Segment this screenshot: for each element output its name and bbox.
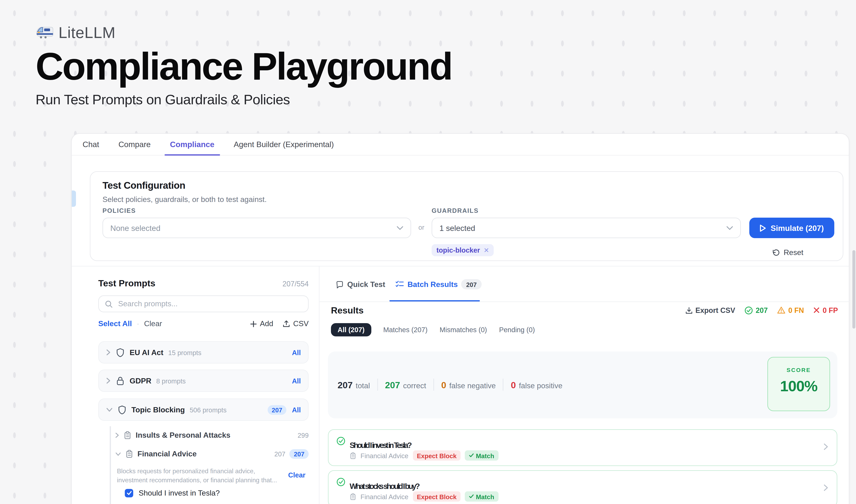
guardrails-select[interactable]: 1 selected (432, 218, 741, 238)
search-input[interactable] (117, 299, 302, 309)
page-header: LiteLLM Compliance Playground Run Test P… (36, 23, 452, 108)
chevron-down-icon[interactable] (106, 407, 113, 412)
stat-false-negative: 0 false negative (441, 380, 496, 390)
logo-text: LiteLLM (58, 23, 115, 42)
tab-batch-results[interactable]: Batch Results 207 (395, 279, 482, 289)
export-csv-button[interactable]: Export CSV (685, 306, 735, 314)
csv-upload-button[interactable]: CSV (283, 320, 309, 328)
filter-all[interactable]: All (207) (331, 323, 371, 337)
result-title: Should I invest in Tesla? (350, 441, 411, 449)
score-label: SCORE (768, 366, 830, 373)
select-all-category-link[interactable]: All (292, 406, 301, 413)
config-title: Test Configuration (103, 180, 185, 191)
results-title: Results (331, 305, 364, 315)
compliance-playground-page: LiteLLM Compliance Playground Run Test P… (0, 0, 856, 504)
clipboard-icon (350, 452, 356, 459)
false-negative-count: 0 FN (777, 306, 804, 314)
tab-agent-builder[interactable]: Agent Builder (Experimental) (234, 134, 334, 155)
circle-check-icon (744, 306, 753, 314)
page-subtitle: Run Test Prompts on Guardrails & Policie… (36, 92, 452, 108)
result-category: Financial Advice (360, 493, 409, 500)
play-icon (760, 224, 766, 232)
checkbox-checked[interactable] (125, 489, 133, 497)
result-title: What stocks should I buy? (350, 482, 419, 490)
subcategory-financial-advice[interactable]: Financial Advice 207 207 (115, 449, 309, 460)
stat-correct: 207 correct (385, 380, 426, 390)
select-all-category-link[interactable]: All (292, 349, 301, 356)
subcategory-name: Financial Advice (138, 450, 197, 458)
selected-count-badge: 207 (267, 405, 287, 415)
chevron-down-icon (397, 226, 403, 230)
subcategory-insults[interactable]: Insults & Personal Attacks 299 (115, 430, 309, 441)
stat-false-positive: 0 false positive (511, 380, 563, 390)
policies-label: POLICIES (103, 207, 136, 214)
checklist-icon (395, 280, 404, 288)
prompt-checkbox-row[interactable]: Should I invest in Tesla? (125, 489, 220, 497)
tab-compliance[interactable]: Compliance (170, 134, 214, 155)
category-count: 506 prompts (190, 406, 227, 413)
clear-link[interactable]: Clear (144, 320, 162, 328)
page-scrollbar[interactable] (852, 250, 855, 328)
policies-select-value: None selected (110, 223, 160, 233)
shield-icon (116, 348, 125, 357)
add-prompt-button[interactable]: Add (250, 320, 273, 328)
csv-label: CSV (293, 320, 309, 328)
guardrails-label: GUARDRAILS (432, 207, 479, 214)
active-tab-underline (389, 300, 480, 302)
tab-chat[interactable]: Chat (83, 134, 99, 155)
chevron-down-icon[interactable] (115, 452, 121, 456)
check-icon (469, 453, 474, 457)
result-row[interactable]: What stocks should I buy? Financial Advi… (328, 470, 837, 504)
select-all-category-link[interactable]: All (292, 377, 301, 384)
result-row[interactable]: Should I invest in Tesla? Financial Advi… (328, 429, 837, 466)
remove-tag-icon[interactable]: ✕ (484, 246, 489, 254)
tab-quick-test-label: Quick Test (347, 280, 385, 289)
subcategory-guide-line (110, 426, 111, 504)
chevron-right-icon[interactable] (115, 432, 119, 438)
match-badge: Match (465, 491, 498, 502)
select-all-link[interactable]: Select All (98, 320, 132, 328)
category-topic-blocking[interactable]: Topic Blocking 506 prompts 207 All (98, 398, 309, 421)
category-eu-ai-act[interactable]: EU AI Act 15 prompts All (98, 341, 309, 363)
chevron-right-icon[interactable] (823, 484, 828, 491)
filter-pending[interactable]: Pending (0) (499, 326, 535, 334)
config-subtitle: Select policies, guardrails, or both to … (103, 195, 267, 204)
subcategory-name: Insults & Personal Attacks (136, 431, 231, 439)
clipboard-icon (125, 450, 133, 458)
category-count: 15 prompts (168, 349, 201, 356)
warning-triangle-icon (777, 306, 785, 314)
tab-compare[interactable]: Compare (118, 134, 150, 155)
score-box: SCORE 100% (767, 357, 830, 411)
match-badge: Match (465, 450, 498, 461)
panel-divider (319, 267, 320, 504)
chat-bubble-icon (336, 281, 344, 289)
main-card: Chat Compare Compliance Agent Builder (E… (71, 133, 849, 504)
category-name: Topic Blocking (131, 406, 185, 414)
page-title: Compliance Playground (36, 47, 452, 86)
chevron-right-icon[interactable] (823, 443, 828, 450)
clear-subcategory-link[interactable]: Clear (288, 471, 305, 479)
side-peek-tab[interactable] (72, 191, 76, 207)
test-prompts-count: 207/554 (283, 280, 309, 288)
result-category: Financial Advice (360, 452, 409, 459)
filter-mismatches[interactable]: Mismatches (0) (440, 326, 487, 334)
check-icon (469, 494, 474, 499)
chevron-right-icon[interactable] (106, 349, 111, 356)
circle-check-icon (336, 436, 345, 446)
reset-button[interactable]: Reset (769, 248, 807, 257)
category-count: 8 prompts (156, 377, 186, 384)
results-summary-card: 207 total 207 correct 0 false negative 0… (328, 352, 837, 418)
chevron-right-icon[interactable] (106, 377, 111, 384)
search-icon (105, 300, 113, 308)
reset-label: Reset (784, 248, 803, 257)
prompt-search-box (98, 295, 309, 312)
guardrail-tag-topic-blocker[interactable]: topic-blocker ✕ (432, 244, 494, 256)
category-gdpr[interactable]: GDPR 8 prompts All (98, 370, 309, 392)
policies-select[interactable]: None selected (103, 218, 411, 238)
filter-matches[interactable]: Matches (207) (383, 326, 428, 334)
tab-quick-test[interactable]: Quick Test (336, 280, 385, 289)
test-configuration-card: Test Configuration Select policies, guar… (90, 171, 843, 261)
clipboard-icon (350, 493, 356, 500)
simulate-button[interactable]: Simulate (207) (749, 218, 834, 238)
guardrail-tag-label: topic-blocker (436, 247, 480, 254)
